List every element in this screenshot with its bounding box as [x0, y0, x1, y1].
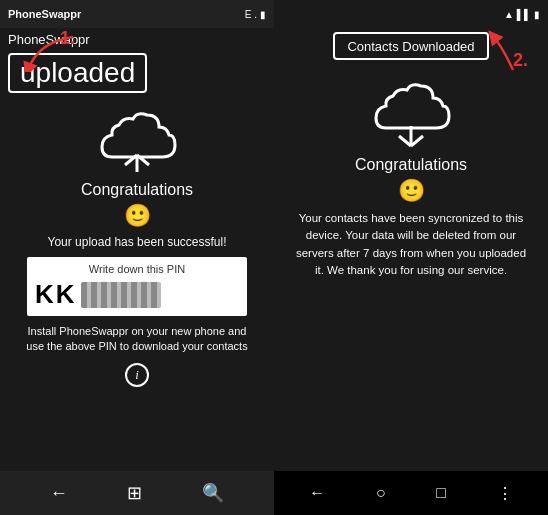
signal-icon-right: ▌▌ — [517, 9, 531, 20]
signal-icon: E . — [245, 9, 257, 20]
status-icons-left: E . ▮ — [245, 9, 266, 20]
pin-label: Write down this PIN — [35, 263, 239, 275]
cloud-download-icon — [371, 78, 451, 150]
contacts-downloaded-label: Contacts Downloaded — [347, 39, 474, 54]
nav-home-left[interactable]: ⊞ — [127, 482, 142, 504]
nav-back-right[interactable]: ← — [309, 484, 325, 502]
cloud-upload-icon — [97, 107, 177, 175]
content-left: Congratulations 🙂 Your upload has been s… — [0, 97, 274, 471]
bottom-nav-left: ← ⊞ 🔍 — [0, 471, 274, 515]
battery-icon-right: ▮ — [534, 9, 540, 20]
svg-line-7 — [411, 136, 423, 146]
nav-home-right[interactable]: ○ — [376, 484, 386, 502]
left-phone: PhoneSwappr E . ▮ PhoneSwappr uploaded 1… — [0, 0, 274, 515]
pin-prefix: KK — [35, 279, 77, 310]
pin-box: Write down this PIN KK — [27, 257, 247, 316]
content-right: Congratulations 🙂 Your contacts have bee… — [274, 64, 548, 471]
nav-more-right[interactable]: ⋮ — [497, 484, 513, 503]
arrow-1 — [18, 32, 78, 72]
nav-recents-right[interactable]: □ — [436, 484, 446, 502]
upload-success-text: Your upload has been successful! — [47, 235, 226, 249]
sync-text: Your contacts have been syncronized to t… — [290, 210, 532, 279]
status-icons-right: ▲ ▌▌ ▮ — [504, 9, 540, 20]
brand-label: PhoneSwappr — [8, 8, 81, 20]
congratulations-right: Congratulations — [355, 156, 467, 174]
smiley-left: 🙂 — [124, 203, 151, 229]
smiley-right: 🙂 — [398, 178, 425, 204]
pin-value: KK — [35, 279, 239, 310]
arrow-2 — [478, 28, 528, 73]
pin-blur — [81, 282, 161, 308]
wifi-icon: ▲ — [504, 9, 514, 20]
install-text: Install PhoneSwappr on your new phone an… — [10, 324, 264, 355]
status-bar-left: PhoneSwappr E . ▮ — [0, 0, 274, 28]
info-button[interactable]: i — [125, 363, 149, 387]
battery-icon: ▮ — [260, 9, 266, 20]
svg-line-6 — [399, 136, 411, 146]
bottom-nav-right: ← ○ □ ⋮ — [274, 471, 548, 515]
nav-back-left[interactable]: ← — [50, 483, 68, 504]
contacts-downloaded-box: Contacts Downloaded — [333, 32, 488, 60]
status-bar-right: ▲ ▌▌ ▮ — [274, 0, 548, 28]
nav-search-left[interactable]: 🔍 — [202, 482, 224, 504]
congratulations-left: Congratulations — [81, 181, 193, 199]
right-phone: ▲ ▌▌ ▮ Contacts Downloaded 2. — [274, 0, 548, 515]
